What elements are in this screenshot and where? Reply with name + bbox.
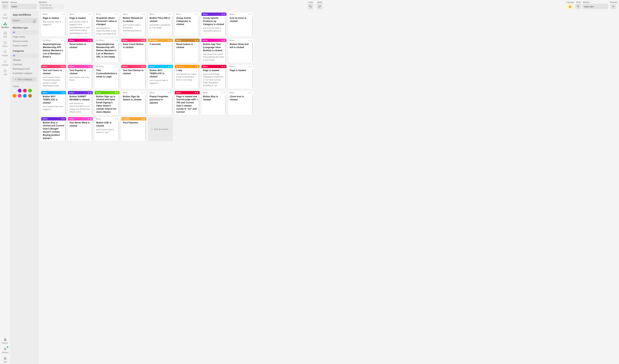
trash-icon[interactable]: 🗑 bbox=[63, 92, 65, 94]
workflow-card[interactable]: Do every🗑5 seconds bbox=[148, 39, 173, 63]
workflow-card[interactable]: When🗑Button App Text (Language Save Butt… bbox=[201, 39, 226, 63]
color-swatch[interactable] bbox=[18, 94, 22, 98]
workflow-card[interactable]: When🗑Page is loadedand Current User is l… bbox=[68, 13, 93, 36]
workflow-card[interactable]: When🗑Button Show text left is clicked bbox=[228, 39, 253, 63]
workflow-card[interactable]: Do Every🗑1 dayand Search for Users' Emai… bbox=[175, 65, 200, 89]
trash-icon[interactable]: 🗑 bbox=[117, 118, 118, 120]
workflow-card[interactable]: When🗑Icon fa-close is clicked bbox=[228, 13, 253, 36]
trash-icon[interactable]: 🗑 bbox=[117, 66, 118, 68]
color-swatch[interactable] bbox=[28, 89, 32, 92]
trash-icon[interactable]: 🗑 bbox=[224, 92, 225, 94]
trash-icon[interactable]: 🗑 bbox=[143, 66, 145, 68]
trash-icon[interactable]: 🗑 bbox=[197, 39, 198, 42]
undo-button[interactable] bbox=[308, 4, 313, 9]
workflow-card[interactable]: When🗑Button BUY TEMPLATE is clickedand C… bbox=[148, 65, 173, 89]
workflow-card[interactable]: When🗑Reset button is clicked bbox=[68, 39, 93, 63]
workflow-card[interactable]: When🗑Group Article Categories is clicked bbox=[175, 13, 200, 36]
trash-icon[interactable]: 🗑 bbox=[224, 66, 225, 68]
trash-icon[interactable]: 🗑 bbox=[143, 92, 145, 94]
workflow-card[interactable]: When🗑Button Sign Up Switch is clicked bbox=[121, 91, 146, 115]
trash-icon[interactable]: 🗑 bbox=[90, 92, 92, 94]
rail-data[interactable]: Data bbox=[0, 30, 10, 39]
trash-icon[interactable]: 🗑 bbox=[63, 66, 65, 68]
trash-icon[interactable]: 🗑 bbox=[117, 13, 118, 15]
workflow-card[interactable]: Do When🗑RepeatingGroup Membership API: D… bbox=[95, 39, 120, 63]
color-swatch[interactable] bbox=[23, 94, 27, 98]
trash-icon[interactable]: 🗑 bbox=[63, 118, 65, 120]
workflow-card[interactable]: When🗑Button USE is clickedand Current Us… bbox=[95, 117, 120, 141]
bubble-menu[interactable]: ⌄ bbox=[2, 4, 8, 9]
trash-icon[interactable]: 🗑 bbox=[143, 13, 145, 15]
type-item[interactable]: All bbox=[10, 30, 39, 35]
workflow-card[interactable]: When🗑Group Upvote Products by Category i… bbox=[201, 13, 226, 36]
color-swatch[interactable] bbox=[28, 94, 32, 98]
category-item[interactable]: All bbox=[10, 54, 39, 58]
search-input[interactable] bbox=[11, 18, 38, 23]
redo-button[interactable] bbox=[317, 4, 322, 9]
section-dropdown[interactable]: index ⌄ bbox=[10, 4, 37, 9]
workflow-card[interactable]: When🗑Page is loaded and Current page wit… bbox=[175, 91, 200, 115]
workflow-card[interactable]: When🗑Button SUBMIT REVIEW is clickedand … bbox=[68, 91, 93, 115]
find-button[interactable] bbox=[575, 4, 581, 9]
color-swatch[interactable] bbox=[18, 89, 22, 92]
type-item[interactable]: Page events bbox=[10, 35, 39, 39]
rail-plugins[interactable]: Plugins bbox=[0, 49, 10, 58]
category-item[interactable]: Affiliates bbox=[10, 58, 39, 62]
workflow-card[interactable]: When🗑Text sort Users is clickedand Curre… bbox=[41, 65, 66, 89]
type-item[interactable]: Custom events bbox=[10, 43, 39, 48]
color-swatch[interactable] bbox=[13, 89, 16, 92]
trash-icon[interactable]: 🗑 bbox=[143, 118, 145, 120]
trash-icon[interactable]: 🗑 bbox=[170, 92, 172, 94]
trash-icon[interactable]: 🗑 bbox=[250, 39, 252, 42]
trash-icon[interactable]: 🗑 bbox=[250, 66, 252, 68]
workflow-card[interactable]: Do When🗑RepeatingGroup Membership API: D… bbox=[41, 39, 66, 63]
rail-market[interactable]: Market bbox=[0, 336, 10, 345]
trash-icon[interactable]: 🗑 bbox=[143, 39, 145, 42]
rail-help[interactable]: ? Help bbox=[0, 355, 10, 364]
trash-icon[interactable]: 🗑 bbox=[197, 92, 198, 94]
category-item[interactable]: Checkout bbox=[10, 62, 39, 67]
trash-icon[interactable]: 🗑 bbox=[90, 13, 92, 15]
add-category-button[interactable]: + Add a category... bbox=[12, 77, 37, 82]
color-swatch[interactable] bbox=[13, 94, 16, 98]
rail-updates[interactable]: Updates bbox=[0, 346, 10, 355]
trash-icon[interactable]: 🗑 bbox=[170, 13, 172, 15]
add-event-card[interactable]: +Add an event... bbox=[148, 117, 173, 141]
workflow-card[interactable]: Custom🗑Post Payment bbox=[121, 117, 146, 141]
workflow-card[interactable]: When🗑Dropdown Work/ Personal's value is … bbox=[95, 13, 120, 36]
workflow-card[interactable]: When🗑Button Buy is clicked bbox=[201, 91, 226, 115]
workflow-card[interactable]: When🗑Text Popular is clickedand index's … bbox=[68, 65, 93, 89]
trash-icon[interactable]: 🗑 bbox=[63, 13, 65, 15]
issues-button[interactable]: ⚠️ bbox=[567, 4, 573, 9]
trash-icon[interactable]: 🗑 bbox=[224, 13, 225, 15]
workflow-card[interactable]: When🗑Button ReloadList is clickedand Cur… bbox=[121, 13, 146, 36]
workflow-card[interactable]: When🗑Button FOLLOW is clickedand Button … bbox=[148, 13, 173, 36]
workflow-card[interactable]: When🗑Page is loadedand Current User is l… bbox=[41, 13, 66, 36]
workflow-card[interactable]: When🗑Button Buy is clicked and Current U… bbox=[41, 117, 66, 141]
workflow-card[interactable]: When🗑Page is loaded bbox=[228, 65, 253, 89]
version-dropdown[interactable]: marc-dev ⌄ bbox=[582, 4, 608, 9]
workflow-card[interactable]: When🗑Button BUY TEMPLATE is clickedand C… bbox=[41, 91, 66, 115]
rail-settings[interactable]: Settings bbox=[0, 58, 10, 67]
workflow-card[interactable]: When🗑Page is loadedand Current Page Temp… bbox=[201, 65, 226, 89]
trash-icon[interactable]: 🗑 bbox=[170, 66, 172, 68]
trash-icon[interactable]: 🗑 bbox=[63, 39, 65, 42]
trash-icon[interactable]: 🗑 bbox=[170, 39, 172, 42]
rail-design[interactable]: Design bbox=[0, 11, 10, 20]
trash-icon[interactable]: 🗑 bbox=[90, 39, 92, 42]
trash-icon[interactable]: 🗑 bbox=[224, 39, 225, 42]
color-swatch[interactable] bbox=[23, 89, 27, 92]
workflow-card[interactable]: When🗑Save Count Button is clicked bbox=[121, 39, 146, 63]
workflow-card[interactable]: When🗑Reset button is clicked bbox=[175, 39, 200, 63]
trash-icon[interactable]: 🗑 bbox=[117, 92, 118, 94]
workflow-card[interactable]: When🗑Text Never Mind is clicked bbox=[68, 117, 93, 141]
workflow-card[interactable]: When🗑Close Icon is clicked bbox=[228, 91, 253, 115]
trash-icon[interactable]: 🗑 bbox=[250, 92, 252, 94]
trash-icon[interactable]: 🗑 bbox=[197, 13, 198, 15]
trash-icon[interactable]: 🗑 bbox=[90, 66, 92, 68]
workflow-dropdown[interactable]: Choose an event/action ⌄ bbox=[38, 4, 64, 9]
rail-logs[interactable]: Logs bbox=[0, 68, 10, 76]
trash-icon[interactable]: 🗑 bbox=[250, 13, 252, 15]
type-item[interactable]: Element events bbox=[10, 39, 39, 43]
category-item[interactable]: Marketplace stuff bbox=[10, 67, 39, 71]
